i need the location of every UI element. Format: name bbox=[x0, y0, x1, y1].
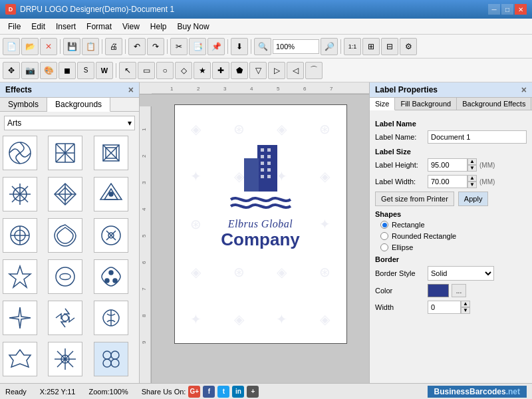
menu-help[interactable]: Help bbox=[145, 19, 172, 34]
arrow-button[interactable]: ↖ bbox=[119, 62, 136, 79]
tab-size[interactable]: Size bbox=[370, 98, 395, 110]
menu-format[interactable]: Format bbox=[81, 19, 117, 34]
select-button[interactable]: ✥ bbox=[3, 62, 20, 79]
effect-item[interactable] bbox=[48, 136, 82, 170]
effect-item[interactable] bbox=[94, 136, 128, 170]
save-as-button[interactable]: 📋 bbox=[82, 38, 99, 55]
effect-item[interactable] bbox=[94, 301, 128, 335]
zoom-out-button[interactable]: 🔎 bbox=[321, 38, 338, 55]
menu-edit[interactable]: Edit bbox=[26, 19, 51, 34]
tab-fill-background[interactable]: Fill Background bbox=[395, 98, 457, 110]
effect-item[interactable] bbox=[3, 342, 37, 376]
svg-point-14 bbox=[113, 279, 117, 283]
menu-file[interactable]: File bbox=[3, 19, 26, 34]
share-more-icon[interactable]: + bbox=[247, 386, 259, 398]
paste-button[interactable]: 📌 bbox=[207, 38, 225, 55]
rounded-rectangle-option[interactable]: Rounded Rectangle bbox=[380, 232, 527, 240]
border-width-input[interactable] bbox=[428, 301, 461, 314]
save-button[interactable]: 💾 bbox=[63, 38, 80, 55]
shapes-button[interactable]: ◼ bbox=[59, 62, 76, 79]
import-button[interactable]: ⬇ bbox=[231, 38, 248, 55]
cut-button[interactable]: ✂ bbox=[170, 38, 188, 55]
text-button[interactable]: W bbox=[96, 62, 113, 79]
border-color-swatch[interactable] bbox=[428, 284, 449, 297]
zoom-in-button[interactable]: 🔍 bbox=[254, 38, 271, 55]
effect-item[interactable] bbox=[3, 177, 37, 211]
effect-item[interactable] bbox=[48, 259, 82, 294]
effect-item[interactable] bbox=[94, 218, 128, 253]
facebook-icon[interactable]: f bbox=[203, 386, 215, 398]
triangle-button[interactable]: ▽ bbox=[249, 62, 267, 79]
rounded-rectangle-radio[interactable] bbox=[380, 232, 388, 240]
new-button[interactable]: 📄 bbox=[3, 38, 20, 55]
camera-button[interactable]: 📷 bbox=[21, 62, 39, 79]
menu-buynow[interactable]: Buy Now bbox=[172, 19, 215, 34]
arrow-left-button[interactable]: ◁ bbox=[287, 62, 304, 79]
effect-item[interactable] bbox=[48, 218, 82, 253]
height-up-arrow[interactable]: ▲ bbox=[467, 158, 477, 165]
border-color-picker-button[interactable]: ... bbox=[452, 284, 466, 297]
close-doc-button[interactable]: ✕ bbox=[40, 38, 57, 55]
border-width-down-arrow[interactable]: ▼ bbox=[461, 307, 470, 314]
get-printer-size-button[interactable]: Get size from Printer bbox=[375, 192, 454, 206]
open-button[interactable]: 📂 bbox=[21, 38, 39, 55]
cross-button[interactable]: ✚ bbox=[212, 62, 229, 79]
rectangle-button[interactable]: ▭ bbox=[138, 62, 155, 79]
undo-button[interactable]: ↶ bbox=[128, 38, 146, 55]
twitter-icon[interactable]: t bbox=[217, 386, 229, 398]
border-width-up-arrow[interactable]: ▲ bbox=[461, 301, 470, 307]
width-input[interactable] bbox=[428, 175, 467, 188]
border-style-select[interactable]: Solid Dashed Dotted None bbox=[428, 266, 494, 281]
arts-dropdown[interactable]: Arts ▾ bbox=[4, 116, 135, 130]
effect-item[interactable] bbox=[48, 342, 82, 376]
redo-button[interactable]: ↷ bbox=[147, 38, 164, 55]
tab-backgrounds[interactable]: Backgrounds bbox=[47, 98, 110, 112]
circle-button[interactable]: ○ bbox=[156, 62, 174, 79]
apply-button[interactable]: Apply bbox=[458, 192, 489, 206]
effects-panel-close[interactable]: × bbox=[128, 84, 134, 95]
effect-item[interactable] bbox=[3, 259, 37, 294]
tab-background-effects[interactable]: Background Effects bbox=[457, 98, 531, 110]
effect-item[interactable] bbox=[3, 301, 37, 335]
minimize-button[interactable]: ─ bbox=[488, 4, 500, 15]
settings-button[interactable]: ⚙ bbox=[400, 38, 417, 55]
rectangle-radio[interactable] bbox=[380, 221, 388, 229]
ellipse-option[interactable]: Ellipse bbox=[380, 243, 527, 251]
props-panel-close[interactable]: × bbox=[521, 84, 527, 95]
google-plus-icon[interactable]: G+ bbox=[188, 386, 200, 398]
menu-insert[interactable]: Insert bbox=[51, 19, 81, 34]
menu-view[interactable]: View bbox=[117, 19, 145, 34]
copy-button[interactable]: 📑 bbox=[189, 38, 206, 55]
effect-item[interactable] bbox=[48, 301, 82, 335]
width-down-arrow[interactable]: ▼ bbox=[467, 182, 477, 188]
ellipse-radio[interactable] bbox=[380, 243, 388, 251]
effects-button[interactable]: 🎨 bbox=[40, 62, 57, 79]
effect-item[interactable] bbox=[94, 259, 128, 294]
linkedin-icon[interactable]: in bbox=[232, 386, 244, 398]
border-style-label: Border Style bbox=[375, 269, 425, 277]
effect-item[interactable] bbox=[3, 136, 37, 170]
actual-size-button[interactable]: 1:1 bbox=[344, 38, 361, 55]
effect-item[interactable] bbox=[94, 177, 128, 211]
close-button[interactable]: ✕ bbox=[515, 4, 527, 15]
barcode-button[interactable]: S bbox=[77, 62, 94, 79]
diamond-button[interactable]: ◇ bbox=[175, 62, 192, 79]
grid2-button[interactable]: ⊟ bbox=[381, 38, 398, 55]
rectangle-option[interactable]: Rectangle bbox=[380, 221, 527, 229]
grid-button[interactable]: ⊞ bbox=[362, 38, 380, 55]
arrow-right-button[interactable]: ▷ bbox=[268, 62, 285, 79]
star-button[interactable]: ★ bbox=[194, 62, 211, 79]
effect-item[interactable] bbox=[3, 218, 37, 253]
maximize-button[interactable]: □ bbox=[501, 4, 513, 15]
curve-button[interactable]: ⌒ bbox=[305, 62, 323, 79]
width-up-arrow[interactable]: ▲ bbox=[467, 175, 477, 182]
height-input[interactable] bbox=[428, 158, 467, 172]
height-down-arrow[interactable]: ▼ bbox=[467, 165, 477, 172]
effect-item[interactable] bbox=[94, 342, 128, 376]
label-name-input[interactable] bbox=[428, 130, 527, 144]
tab-symbols[interactable]: Symbols bbox=[0, 98, 47, 111]
print-button[interactable]: 🖨 bbox=[105, 38, 122, 55]
pentagon-button[interactable]: ⬟ bbox=[231, 62, 248, 79]
effect-item[interactable] bbox=[48, 177, 82, 211]
document-canvas[interactable]: ◈⊛◈⊛ ✦◈✦◈ ⊛✦⊛✦ ◈⊛◈⊛ ✦◈✦◈ bbox=[174, 104, 347, 344]
